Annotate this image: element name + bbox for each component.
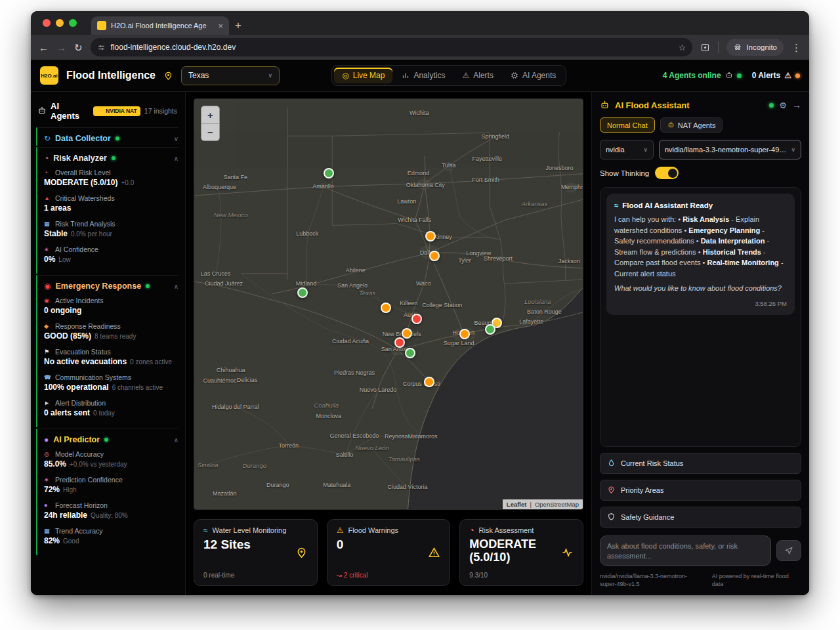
- safety-guidance-section[interactable]: Safety Guidance: [600, 507, 801, 528]
- map-marker[interactable]: [411, 314, 422, 324]
- tab-analytics[interactable]: Analytics: [394, 68, 453, 83]
- address-bar[interactable]: flood-intelligence.cloud-dev.h2o.dev ☆: [91, 38, 693, 56]
- leaflet-link[interactable]: Leaflet: [507, 501, 527, 508]
- flood-map[interactable]: WichitaSpringfieldTulsaFayettevilleJones…: [194, 98, 583, 510]
- metric-row: ◎ Model Accuracy 85.0%+0.0% vs yesterday: [44, 450, 178, 469]
- message-timestamp: 3:58:26 PM: [614, 299, 787, 308]
- metric-label: Evacuation Status: [55, 348, 111, 356]
- tab-nat-agents-label: NAT Agents: [678, 121, 716, 129]
- agent-section-header[interactable]: ◔ Risk Analyzer ∧: [44, 154, 178, 163]
- maximize-window-button[interactable]: [69, 19, 77, 27]
- metric-sub: Quality: 80%: [91, 512, 128, 519]
- new-tab-button[interactable]: +: [229, 19, 247, 35]
- map-marker[interactable]: [324, 168, 334, 178]
- close-window-button[interactable]: [43, 19, 51, 27]
- assistant-welcome-message: ≈ Flood AI Assistant Ready I can help yo…: [606, 194, 795, 315]
- browser-tab[interactable]: H2O.ai Flood Intelligence Age ×: [91, 16, 229, 35]
- lightning-icon: ⚡: [96, 108, 104, 114]
- collapse-panel-icon[interactable]: →: [792, 100, 801, 110]
- assistant-footer: nvidia/nvidia/llama-3.3-nemotron-super-4…: [600, 572, 801, 589]
- map-marker[interactable]: [297, 287, 308, 298]
- tab-close-icon[interactable]: ×: [218, 21, 223, 31]
- nvidia-nat-badge: ⚡ NVIDIA NAT: [93, 106, 140, 116]
- risk-assessment-card: ◔ Risk Assessment MODERATE (5.0/10) 9.3/…: [459, 519, 583, 586]
- map-marker[interactable]: [425, 231, 436, 242]
- window-controls: [43, 19, 77, 27]
- reload-button[interactable]: ↻: [74, 43, 83, 52]
- forward-button[interactable]: →: [56, 43, 66, 52]
- map-marker[interactable]: [394, 337, 405, 348]
- tab-ai-agents[interactable]: AI Agents: [503, 68, 564, 83]
- tab-favicon-icon: [97, 21, 106, 30]
- send-button[interactable]: [776, 540, 801, 561]
- chevron-up-icon[interactable]: ∧: [174, 436, 178, 444]
- map-marker[interactable]: [429, 251, 440, 261]
- robot-icon: [600, 100, 610, 110]
- browser-menu-button[interactable]: ⋮: [791, 43, 801, 52]
- region-select[interactable]: Texas ∨: [181, 66, 280, 85]
- show-thinking-label: Show Thinking: [600, 169, 649, 177]
- tab-alerts-label: Alerts: [473, 71, 494, 80]
- metric-icon: ∗: [44, 477, 52, 483]
- model-value: nvidia/llama-3.3-nemotron-super-49b-v1.: [665, 146, 787, 154]
- metric-sub: 6 channels active: [112, 384, 163, 391]
- url-text[interactable]: flood-intelligence.cloud-dev.h2o.dev: [111, 43, 673, 52]
- browser-toolbar: ← → ↻ flood-intelligence.cloud-dev.h2o.d…: [31, 35, 809, 60]
- model-select[interactable]: nvidia/llama-3.3-nemotron-super-49b-v1. …: [659, 140, 801, 159]
- map-marker[interactable]: [424, 377, 434, 387]
- agent-section-emergency-response: ◉ Emergency Response ∧ ◉ Active Incident…: [36, 275, 178, 427]
- gear-icon[interactable]: ⚙: [779, 100, 787, 110]
- cpu-icon: [511, 72, 518, 79]
- map-marker[interactable]: [405, 348, 415, 358]
- show-thinking-toggle[interactable]: [655, 167, 679, 179]
- agent-section-header[interactable]: ↻ Data Collector ∨: [44, 134, 178, 143]
- map-marker[interactable]: [485, 324, 495, 335]
- map-markers-layer: [194, 99, 583, 509]
- minimize-window-button[interactable]: [56, 19, 64, 27]
- message-segment: Data Interpretation: [701, 237, 765, 245]
- metric-icon: ∗: [44, 247, 52, 253]
- metric-sub: High: [63, 486, 77, 494]
- chat-input[interactable]: Ask about flood conditions, safety, or r…: [600, 536, 771, 566]
- zoom-in-button[interactable]: +: [201, 106, 219, 123]
- priority-areas-section[interactable]: Priority Areas: [600, 480, 801, 501]
- map-marker[interactable]: [381, 303, 391, 313]
- osm-link[interactable]: OpenStreetMap: [535, 501, 579, 508]
- warning-triangle-icon: ⚠: [462, 72, 469, 79]
- chevron-up-icon[interactable]: ∧: [174, 283, 178, 290]
- chevron-up-icon[interactable]: ∧: [174, 155, 178, 162]
- back-button[interactable]: ←: [39, 43, 49, 52]
- tab-nat-agents[interactable]: NAT Agents: [660, 117, 723, 133]
- metric-icon: ◔: [44, 170, 52, 176]
- stat-cards: ≈ Water Level Monitoring 12 Sites 0 real…: [194, 519, 583, 586]
- sync-icon: ↻: [44, 135, 51, 142]
- zoom-out-button[interactable]: −: [201, 123, 219, 140]
- metric-row: ► Alert Distribution 0 alerts sent0 toda…: [44, 399, 178, 417]
- bookmark-star-icon[interactable]: ☆: [679, 43, 686, 52]
- chat-message-area[interactable]: ≈ Flood AI Assistant Ready I can help yo…: [600, 187, 801, 447]
- provider-select[interactable]: nvidia ∨: [600, 140, 654, 159]
- current-risk-status-section[interactable]: Current Risk Status: [600, 453, 801, 474]
- map-marker[interactable]: [402, 328, 412, 339]
- save-page-icon[interactable]: [700, 43, 710, 52]
- metric-sub: Good: [63, 537, 79, 545]
- message-title: Flood AI Assistant Ready: [622, 200, 713, 211]
- gauge-icon: ◔: [469, 526, 474, 534]
- agent-section-header[interactable]: ◉ Emergency Response ∧: [44, 282, 178, 291]
- tab-alerts[interactable]: ⚠ Alerts: [454, 68, 501, 83]
- water-wave-icon: ≈: [614, 200, 618, 211]
- ai-assistant-panel: AI Flood Assistant ⚙ → Normal Chat NAT A…: [591, 92, 809, 595]
- metric-value: 82%: [44, 536, 60, 545]
- agent-section-header[interactable]: ● AI Predictor ∧: [44, 435, 178, 444]
- map-marker[interactable]: [459, 329, 470, 339]
- card-title: Risk Assessment: [479, 526, 534, 534]
- metric-icon: ◎: [44, 452, 52, 457]
- sidebar-title: AI Agents: [51, 101, 89, 121]
- tab-live-map[interactable]: ◎ Live Map: [334, 68, 392, 83]
- chevron-down-icon[interactable]: ∨: [174, 135, 178, 142]
- chevron-down-icon: ∨: [268, 72, 272, 79]
- tab-normal-chat[interactable]: Normal Chat: [600, 117, 655, 133]
- incognito-label: Incognito: [746, 43, 777, 51]
- metric-value: MODERATE (5.0/10): [44, 178, 117, 187]
- site-settings-icon[interactable]: [97, 43, 106, 52]
